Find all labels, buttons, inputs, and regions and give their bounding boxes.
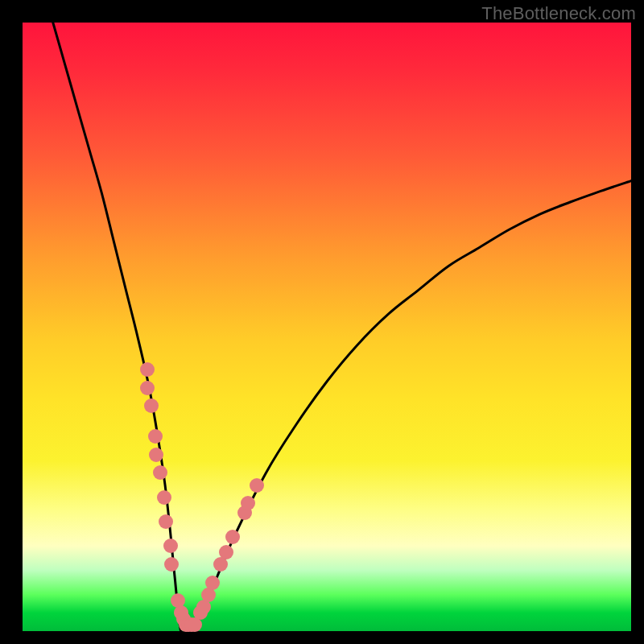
highlight-dot [144,398,159,413]
highlight-dot [219,545,233,559]
highlight-dot [149,448,163,462]
bottleneck-curve [53,23,631,631]
highlight-dot [250,478,264,493]
highlight-dot [148,429,163,444]
highlight-dot [225,530,240,544]
highlight-dot [140,381,155,395]
highlight-dot [140,362,155,377]
highlight-dot [157,490,171,505]
highlight-dot [241,496,255,510]
highlight-dot [159,514,173,529]
highlight-dot [153,465,167,480]
highlight-dot [163,539,178,553]
watermark-text: TheBottleneck.com [481,3,636,24]
highlight-dot [164,557,179,572]
curve-svg [23,23,631,631]
highlight-dot [205,576,220,590]
chart-plot-area [23,23,631,631]
